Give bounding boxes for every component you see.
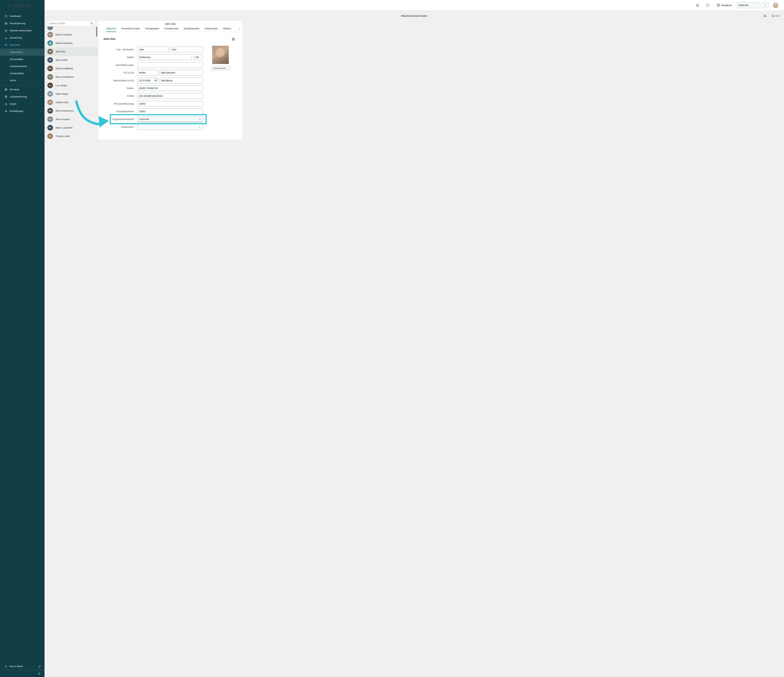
employee-name: Danilo Goldkamp <box>56 67 73 70</box>
sidebar-subitem-label: Urlaubsabbau <box>10 72 24 75</box>
avatar-placeholder <box>47 40 53 46</box>
employee-row[interactable]: DG Danilo Goldkamp <box>45 64 98 73</box>
address-extra-input[interactable] <box>137 62 203 68</box>
organisationseinheit-select[interactable]: Karlsruhe <box>137 116 203 122</box>
sidebar-item-label: Mitarbeiter <box>10 44 20 46</box>
sidebar-item-stammdaten[interactable]: Stammdaten <box>0 48 45 56</box>
planning-grid-icon <box>5 22 7 25</box>
sidebar-item-export[interactable]: Export <box>0 100 45 107</box>
export-icon <box>5 102 7 105</box>
chevron-down-icon <box>199 126 201 128</box>
section-header: John Doe <box>103 37 235 41</box>
telefon-label: Telefon: <box>98 87 134 90</box>
detail-tabbar: Allgemein Persönliche Daten Vertragsdate… <box>98 26 242 32</box>
employee-row[interactable]: AK Amelie Kühn <box>45 98 98 107</box>
name-label: *Vor-, Nachname: <box>98 48 134 51</box>
employee-row[interactable]: Marika Deerberg <box>45 39 98 47</box>
employee-name: Jonny Kuprion <box>56 118 70 121</box>
sidebar-item-auswertung[interactable]: Auswertung <box>0 34 45 41</box>
chevron-down-icon <box>199 118 201 120</box>
employee-row-selected[interactable]: JD John Doe <box>45 47 98 56</box>
address-extra-label: Anschriftenzusatz: <box>98 64 134 66</box>
sidebar-item-urlaubsabbau[interactable]: Urlaubsabbau <box>0 70 45 77</box>
form-row-vorgesetzter: Vorgesetzter: <box>98 124 242 130</box>
tab-verfuegbarkeiten[interactable]: Verfügbarkeiten <box>184 26 200 32</box>
employee-row[interactable]: SK Sina Kumbernuss <box>45 107 98 115</box>
detail-panel-title: John Doe <box>98 21 242 25</box>
employee-name: Dean Grundmann <box>56 76 73 78</box>
telefon-input[interactable] <box>137 85 203 91</box>
employee-row[interactable]: AK Adam Kluge <box>45 90 98 98</box>
chevron-down-icon <box>39 110 41 112</box>
employee-name: Baran Lausecker <box>56 126 73 129</box>
logo-divider: | <box>12 2 14 8</box>
required-asterisk: * <box>116 48 117 51</box>
tab-kompetenzen[interactable]: Kompetenzen <box>164 26 178 32</box>
sidebar-item-archiv[interactable]: Archiv <box>0 77 45 84</box>
person-icon <box>48 42 52 45</box>
ort-input[interactable] <box>159 70 203 76</box>
tab-allgemein[interactable]: Allgemein <box>106 26 116 32</box>
employee-row[interactable]: DG Dean Grundmann <box>45 73 98 81</box>
save-icon[interactable] <box>232 37 235 41</box>
search-icon[interactable] <box>90 22 93 25</box>
logo-prefix: n <box>7 2 11 9</box>
chevron-down-icon <box>39 22 41 25</box>
sidebar-subitem-label: Stammdaten <box>10 51 23 53</box>
employee-row-partial[interactable] <box>45 26 98 30</box>
sidebar-item-lohnabrechnung[interactable]: Lohnabrechnung <box>0 93 45 100</box>
employee-name: Luc Jeorga <box>56 84 67 87</box>
search-box <box>47 20 95 26</box>
list-scrollbar-thumb[interactable] <box>96 27 97 37</box>
employee-row[interactable]: BL Baran Lausecker <box>45 124 98 132</box>
avatar: JK <box>47 116 53 122</box>
pin-input[interactable] <box>137 101 203 107</box>
first-name-input[interactable] <box>137 47 169 52</box>
employee-row[interactable]: TL Thomas Leide <box>45 132 98 138</box>
employee-name: Thomas Leide <box>56 135 70 137</box>
employee-row[interactable]: LJ Luc Jeorga <box>45 81 98 90</box>
street-label: Straße: <box>98 56 134 59</box>
plz-input[interactable] <box>137 70 158 76</box>
sidebar-item-mitarbeiter[interactable]: Mitarbeiter <box>0 41 45 48</box>
employee-row[interactable]: JF Jaron Feller <box>45 56 98 64</box>
street-input[interactable] <box>137 54 192 60</box>
last-name-input[interactable] <box>170 47 203 52</box>
employee-name: Jaron Feller <box>56 59 68 61</box>
personalnummer-input[interactable] <box>137 109 203 114</box>
avatar: DG <box>47 74 53 80</box>
tabs-scroll-right-icon[interactable] <box>238 28 240 30</box>
geburtsort-input[interactable] <box>159 78 203 83</box>
tab-persoenliche-daten[interactable]: Persönliche Daten <box>121 26 140 32</box>
organisationseinheit-label: *Organisationseinheit: <box>98 118 134 121</box>
sidebar-item-my-nesto[interactable]: My Nesto <box>0 86 45 93</box>
employee-detail-panel: John Doe Allgemein Persönliche Daten Ver… <box>98 20 243 138</box>
required-asterisk: * <box>112 118 113 121</box>
sidebar-item-einstellungen[interactable]: Einstellungen <box>0 107 45 115</box>
sidebar-item-label: Einsatzplanung <box>10 22 25 25</box>
sidebar-item-personalakte[interactable]: Personalakte <box>0 56 45 63</box>
date-field-wrap <box>137 78 158 83</box>
vorgesetzter-label: Vorgesetzter: <box>98 126 134 128</box>
id-card-icon <box>5 88 7 91</box>
sidebar-item-einsatzplanung[interactable]: Einsatzplanung <box>0 20 45 27</box>
page-title: Mitarbeiterstammdaten <box>45 14 246 17</box>
tab-arbeitsz-truncated[interactable]: Arbeitsz <box>223 26 231 32</box>
sidebar-item-dashboard[interactable]: Dashboard <box>0 12 45 20</box>
calendar-icon[interactable] <box>154 79 157 82</box>
sidebar-item-urlaubsuebersicht[interactable]: Urlaubsübersicht <box>0 63 45 70</box>
sidebar-item-erfasste-arbeitszeiten[interactable]: Erfasste Arbeitszeiten <box>0 27 45 34</box>
employee-row[interactable]: JK Jonny Kuprion <box>45 115 98 124</box>
email-input[interactable] <box>137 93 203 99</box>
sidebar-item-label: Dashboard <box>10 15 21 17</box>
avatar: LJ <box>47 82 53 88</box>
browse-photo-button[interactable]: Durchsuchen ... <box>211 66 231 71</box>
tab-arbeitszeiten[interactable]: Arbeitszeiten <box>205 26 218 32</box>
chevron-up-icon <box>39 44 41 46</box>
street-number-input[interactable] <box>193 54 203 60</box>
tab-vertragsdaten[interactable]: Vertragsdaten <box>145 26 159 32</box>
search-input[interactable] <box>49 22 90 25</box>
vorgesetzter-select[interactable] <box>137 124 203 130</box>
plz-ort-label: PLZ & Ort: <box>98 71 134 74</box>
employee-row[interactable]: EC Eileen Carlowitz <box>45 30 98 39</box>
